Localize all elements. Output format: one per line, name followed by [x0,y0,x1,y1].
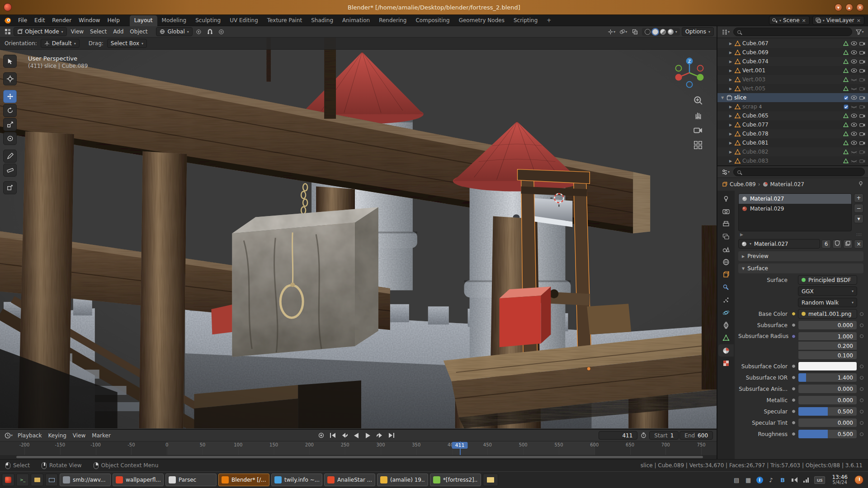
mesh-data-icon[interactable] [843,140,849,145]
render-camera-icon[interactable] [859,141,865,145]
mesh-data-icon[interactable] [843,158,849,164]
hanging-cage[interactable] [232,207,378,357]
clipboard-icon[interactable]: ▤ [733,476,741,484]
display-launcher[interactable] [45,474,58,486]
workspace-tab-compositing[interactable]: Compositing [411,15,454,26]
surface-shader-button[interactable]: Principled BSDF [798,275,857,285]
outliner-item-slice[interactable]: ▼slice [717,93,868,102]
timeline-ruler[interactable]: -200-150-100-500501001502002503003504004… [0,441,717,455]
render-camera-icon[interactable] [859,41,865,46]
menu-file[interactable]: File [14,17,31,23]
view-layer-unlink-icon[interactable]: × [856,18,861,23]
auto-keying-toggle[interactable] [316,431,326,440]
outliner-item-cube-081[interactable]: ▶Cube.081 [717,138,868,147]
close-button[interactable]: × [856,4,864,11]
taskbar-window-blender[interactable]: Blender* [/... [218,474,269,486]
playhead-frame-chip[interactable]: 411 [452,442,467,449]
pin-icon[interactable] [858,181,863,188]
expand-icon[interactable]: ▶ [728,87,733,91]
hide-eye-icon[interactable] [851,41,857,46]
annotate-tool[interactable] [3,150,17,163]
expand-icon[interactable]: ▶ [728,69,733,73]
expand-icon[interactable]: ▶ [740,232,743,237]
camera-view-icon[interactable] [693,125,703,135]
outliner-item-vert-003[interactable]: ▶Vert.003 [717,75,868,84]
properties-modifiers-tab[interactable] [718,281,734,293]
socket-icon[interactable] [792,334,796,338]
drag-setting-dropdown[interactable]: Select Box ▾ [107,39,147,48]
socket-icon[interactable] [792,387,796,391]
socket-icon[interactable] [792,421,796,425]
power-button[interactable] [854,475,863,484]
viewport-menu-view[interactable]: View [68,28,87,35]
properties-texture-tab[interactable] [718,357,734,369]
red-block[interactable] [500,286,551,347]
frame-start-field[interactable]: Start 1 [649,431,679,440]
material-slot[interactable]: Material.027 [739,194,851,204]
expand-icon[interactable]: ▶ [728,150,733,154]
metallic-slider[interactable]: 0.000 [798,395,857,405]
previous-keyframe-button[interactable] [339,431,350,440]
mesh-data-icon[interactable] [843,113,849,118]
mesh-data-icon[interactable] [843,50,849,55]
hide-eye-icon[interactable] [851,113,857,118]
xray-toggle[interactable] [630,27,640,36]
breadcrumb-material[interactable]: Material.027 [770,181,804,188]
menu-window[interactable]: Window [75,17,104,23]
new-material-button[interactable] [843,239,853,249]
workspace-tab-rendering[interactable]: Rendering [374,15,411,26]
socket-icon[interactable] [792,323,796,327]
taskbar-window-analiestar[interactable]: AnalieStar ... [324,474,375,486]
outliner-item-cube-069[interactable]: ▶Cube.069 [717,48,868,57]
outliner-item-cube-065[interactable]: ▶Cube.065 [717,111,868,120]
workspace-tab-scripting[interactable]: Scripting [509,15,542,26]
info-icon[interactable]: i [756,477,763,483]
wireframe-shading-icon[interactable] [645,29,651,35]
outliner-item-cube-082[interactable]: ▶Cube.082 [717,147,868,156]
outliner-item-cube-074[interactable]: ▶Cube.074 [717,57,868,66]
hide-eye-closed-icon[interactable] [851,104,857,109]
properties-constraints-tab[interactable] [718,319,734,331]
solid-shading-icon[interactable] [652,29,658,35]
expand-icon[interactable]: ▶ [728,141,733,145]
hide-eye-icon[interactable] [851,50,857,55]
properties-object-data-tab[interactable] [718,332,734,344]
mesh-data-icon[interactable] [843,149,849,155]
material-browse-field[interactable]: ▾ Material.027 [738,239,820,249]
hide-eye-icon[interactable] [851,141,857,145]
mesh-object-icon[interactable] [735,50,741,56]
mesh-object-icon[interactable] [735,77,741,83]
timeline-menu-playback[interactable]: Playback [14,432,45,439]
add-primitive-tool[interactable] [3,181,17,194]
collapse-icon[interactable]: ▼ [720,96,725,100]
side-plank[interactable] [702,225,717,389]
viewport-menu-select[interactable]: Select [87,28,110,35]
clock[interactable]: 13:46 5/4/24 [832,474,848,485]
hide-eye-closed-icon[interactable] [851,150,857,154]
subsurface-method-dropdown[interactable]: Random Walk ▾ [798,298,857,307]
pivot-point-dropdown[interactable] [194,27,204,36]
terminal-launcher[interactable]: >_ [16,474,29,486]
socket-icon[interactable] [792,375,796,380]
mesh-data-icon[interactable] [843,77,849,82]
expand-icon[interactable]: ▶ [728,42,733,46]
subsurface-slider[interactable]: 0.000 [798,320,857,330]
mesh-object-icon[interactable] [735,104,741,110]
surface-panel-header[interactable]: ▼ Surface [738,263,863,273]
workspace-tab-texture-paint[interactable]: Texture Paint [263,15,307,26]
exclude-checkbox[interactable] [844,104,849,109]
socket-icon[interactable] [792,398,796,402]
rotate-tool[interactable] [3,104,17,117]
animate-decorator[interactable] [860,365,863,368]
properties-search-input[interactable] [733,168,865,176]
workspace-tab-uv-editing[interactable]: UV Editing [225,15,263,26]
mesh-object-icon[interactable] [735,113,741,119]
disable-render-icon[interactable] [859,159,865,163]
slot-specials-button[interactable]: ▾ [854,214,863,223]
users-count-button[interactable]: 6 [821,239,831,249]
outliner-item-cube-067[interactable]: ▶Cube.067 [717,39,868,48]
mesh-data-icon[interactable] [843,41,849,46]
outliner-item-vert-001[interactable]: ▶Vert.001 [717,66,868,75]
outliner-item-cube-077[interactable]: ▶Cube.077 [717,120,868,129]
hide-eye-closed-icon[interactable] [851,86,857,91]
